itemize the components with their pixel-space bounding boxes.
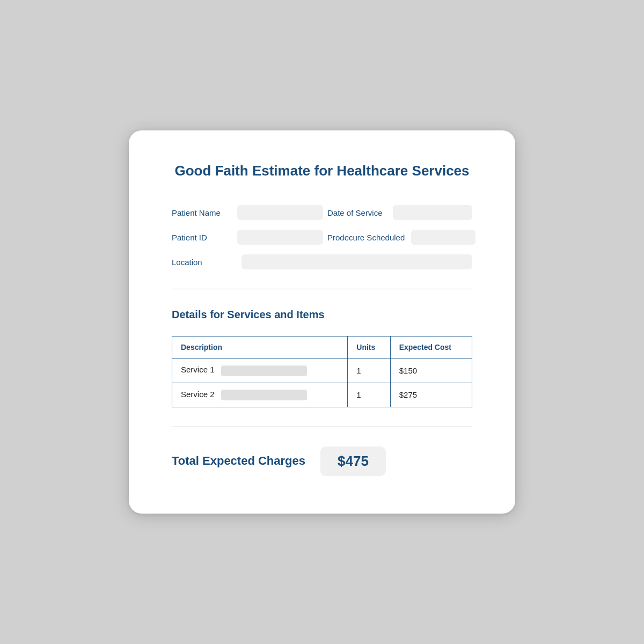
service-desc-1: Service 1 — [172, 358, 348, 383]
service-name-2: Service 2 — [181, 390, 215, 399]
total-value: $475 — [320, 447, 386, 476]
table-row: Service 11$150 — [172, 358, 472, 383]
col-units: Units — [348, 336, 390, 358]
date-of-service-group: Date of Service — [327, 205, 472, 220]
service-cost-2: $275 — [390, 383, 472, 407]
document-title: Good Faith Estimate for Healthcare Servi… — [172, 163, 472, 179]
table-row: Service 21$275 — [172, 383, 472, 407]
document-card: Good Faith Estimate for Healthcare Servi… — [129, 130, 515, 513]
patient-name-value — [237, 205, 323, 220]
procedure-scheduled-label: Prodecure Scheduled — [327, 233, 405, 242]
service-placeholder-2 — [221, 390, 307, 400]
service-units-1: 1 — [348, 358, 390, 383]
details-section-title: Details for Services and Items — [172, 309, 472, 321]
divider-1 — [172, 289, 472, 289]
field-row-1: Patient Name Date of Service — [172, 205, 472, 220]
patient-name-label: Patient Name — [172, 208, 231, 217]
patient-id-value — [237, 230, 323, 245]
service-cost-1: $150 — [390, 358, 472, 383]
patient-name-group: Patient Name — [172, 205, 317, 220]
service-placeholder-1 — [221, 365, 307, 376]
col-expected-cost: Expected Cost — [390, 336, 472, 358]
date-of-service-value — [393, 205, 472, 220]
total-section: Total Expected Charges $475 — [172, 447, 472, 476]
date-of-service-label: Date of Service — [327, 208, 386, 217]
location-label: Location — [172, 258, 231, 267]
service-name-1: Service 1 — [181, 365, 215, 374]
service-units-2: 1 — [348, 383, 390, 407]
procedure-scheduled-value — [411, 230, 475, 245]
field-row-location: Location — [172, 254, 472, 269]
total-label: Total Expected Charges — [172, 454, 305, 468]
field-row-2: Patient ID Prodecure Scheduled — [172, 230, 472, 245]
fields-section: Patient Name Date of Service Patient ID … — [172, 205, 472, 269]
procedure-scheduled-group: Prodecure Scheduled — [327, 230, 472, 245]
service-desc-2: Service 2 — [172, 383, 348, 407]
table-header-row: Description Units Expected Cost — [172, 336, 472, 358]
location-value — [241, 254, 472, 269]
patient-id-group: Patient ID — [172, 230, 317, 245]
patient-id-label: Patient ID — [172, 233, 231, 242]
divider-2 — [172, 427, 472, 427]
col-description: Description — [172, 336, 348, 358]
services-table: Description Units Expected Cost Service … — [172, 336, 472, 407]
